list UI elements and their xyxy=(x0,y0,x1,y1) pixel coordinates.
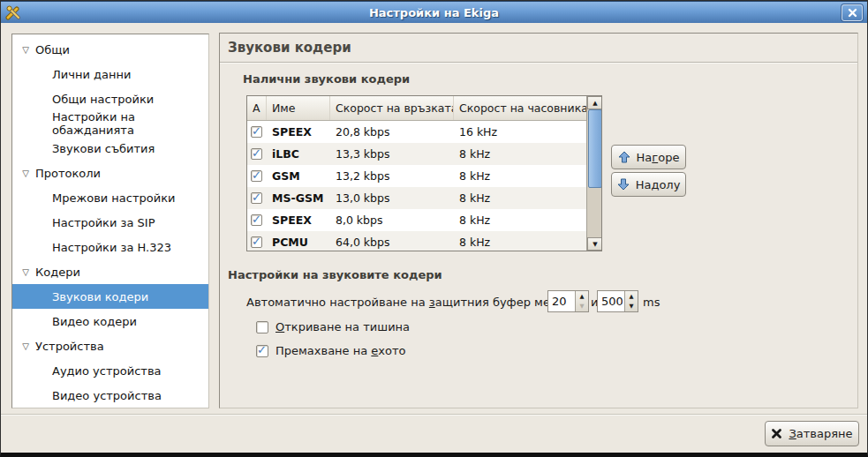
table-row[interactable]: ✓ PCMU 64,0 kbps 8 kHz xyxy=(247,231,586,251)
table-row[interactable]: ✓ iLBC 13,3 kbps 8 kHz xyxy=(247,143,586,165)
preferences-tree: ▽ Общи Лични данни Общи настройки Настро… xyxy=(11,34,209,408)
window-close-button[interactable] xyxy=(842,4,863,21)
sidebar-item-sip-settings[interactable]: Настройки за SIP xyxy=(12,210,208,235)
preferences-dialog: Настройки на Ekiga ▽ Общи Лични данни Об… xyxy=(0,0,868,457)
expander-icon[interactable]: ▽ xyxy=(19,267,33,277)
check-icon: ✓ xyxy=(252,191,261,204)
audio-codecs-panel: Звукови кодери Налични звукови кодери A … xyxy=(219,33,858,408)
echo-cancellation-checkbox[interactable]: ✓ xyxy=(256,345,268,357)
echo-cancellation-label: Премахване на ехото xyxy=(275,344,406,357)
table-row[interactable]: ✓ MS-GSM 13,0 kbps 8 kHz xyxy=(247,187,586,209)
sidebar-item-audio-devices[interactable]: Аудио устройства xyxy=(12,358,208,383)
jitter-max-spinner: ▲ ▼ xyxy=(597,290,638,312)
move-up-button[interactable]: Нагоре xyxy=(611,145,686,169)
codec-table: A Име Скорост на връзката Скорост на час… xyxy=(246,95,602,251)
echo-cancellation-row[interactable]: ✓ Премахване на ехото xyxy=(256,344,406,357)
silence-detection-row[interactable]: Откриване на тишина xyxy=(256,320,410,333)
codec-enabled-checkbox[interactable]: ✓ xyxy=(251,236,262,248)
jitter-min-input[interactable] xyxy=(548,291,575,311)
jitter-min-spinner: ▲ ▼ xyxy=(547,290,589,312)
spin-down-icon[interactable]: ▼ xyxy=(625,302,638,312)
column-header-active[interactable]: A xyxy=(247,96,267,120)
sidebar-item-network-settings[interactable]: Мрежови настройки xyxy=(12,185,208,210)
spin-down-icon[interactable]: ▼ xyxy=(576,302,588,312)
sidebar-item-protocols[interactable]: ▽ Протоколи xyxy=(12,161,208,185)
expander-icon[interactable]: ▽ xyxy=(19,45,33,55)
silence-detection-label: Откриване на тишина xyxy=(275,320,410,333)
check-icon: ✓ xyxy=(252,169,261,182)
scrollbar-thumb[interactable] xyxy=(588,109,602,188)
jitter-max-input[interactable] xyxy=(598,291,624,311)
check-icon: ✓ xyxy=(252,146,261,160)
check-icon: ✓ xyxy=(252,124,261,138)
sidebar-item-codecs[interactable]: ▽ Кодери xyxy=(12,259,208,284)
jitter-buffer-label: Автоматично настройване на защитния буфе… xyxy=(246,296,575,309)
move-down-label: Надолу xyxy=(636,178,681,191)
sidebar-item-video-codecs[interactable]: Видео кодери xyxy=(12,309,208,333)
codec-enabled-checkbox[interactable]: ✓ xyxy=(251,214,262,226)
window-close-icon xyxy=(848,8,857,18)
down-arrow-icon xyxy=(617,178,630,191)
sidebar-item-personal-data[interactable]: Лични данни xyxy=(12,62,208,86)
table-header[interactable]: A Име Скорост на връзката Скорост на час… xyxy=(247,96,586,121)
silence-detection-checkbox[interactable] xyxy=(256,321,268,333)
scroll-down-icon[interactable]: ▼ xyxy=(587,237,602,251)
check-icon: ✓ xyxy=(252,235,261,248)
page-title: Звукови кодери xyxy=(228,40,351,56)
close-button[interactable]: Затваряне xyxy=(765,421,859,446)
sidebar-item-general[interactable]: ▽ Общи xyxy=(12,37,208,62)
jitter-max-steppers[interactable]: ▲ ▼ xyxy=(624,291,638,311)
scroll-up-icon[interactable]: ▲ xyxy=(587,96,602,109)
table-row[interactable]: ✓ SPEEX 20,8 kbps 16 kHz xyxy=(247,121,586,143)
available-codecs-section-label: Налични звукови кодери xyxy=(243,72,410,86)
check-icon: ✓ xyxy=(252,213,261,226)
jitter-unit-label: ms xyxy=(643,296,660,309)
close-icon xyxy=(771,428,782,439)
sidebar-item-audio-codecs[interactable]: Звукови кодери xyxy=(12,284,208,309)
close-button-label: Затваряне xyxy=(789,427,852,440)
expander-icon[interactable]: ▽ xyxy=(19,169,33,178)
codec-enabled-checkbox[interactable]: ✓ xyxy=(251,192,262,204)
move-down-button[interactable]: Надолу xyxy=(611,172,686,197)
table-row[interactable]: ✓ GSM 13,2 kbps 8 kHz xyxy=(247,165,586,187)
check-icon: ✓ xyxy=(257,343,267,356)
table-scrollbar[interactable]: ▲ ▼ xyxy=(586,96,602,251)
sidebar-item-video-devices[interactable]: Видео устройства xyxy=(12,383,208,408)
sidebar-item-general-settings[interactable]: Общи настройки xyxy=(12,86,208,111)
codec-enabled-checkbox[interactable]: ✓ xyxy=(251,148,262,160)
table-row[interactable]: ✓ SPEEX 8,0 kbps 8 kHz xyxy=(247,209,586,231)
sidebar-item-devices[interactable]: ▽ Устройства xyxy=(12,333,208,358)
expander-icon[interactable]: ▽ xyxy=(19,341,33,351)
codec-enabled-checkbox[interactable]: ✓ xyxy=(251,170,262,182)
titlebar[interactable]: Настройки на Ekiga xyxy=(1,1,867,23)
spin-up-icon[interactable]: ▲ xyxy=(625,291,638,302)
column-header-bitrate[interactable]: Скорост на връзката xyxy=(330,96,454,120)
column-header-name[interactable]: Име xyxy=(267,96,330,120)
up-arrow-icon xyxy=(618,151,630,163)
window-title: Настройки на Ekiga xyxy=(1,6,867,19)
footer-separator xyxy=(1,414,867,415)
column-header-clockrate[interactable]: Скорост на часовника xyxy=(454,96,586,120)
sidebar-item-sound-events[interactable]: Звукови събития xyxy=(12,136,208,161)
spin-up-icon[interactable]: ▲ xyxy=(576,291,588,302)
title-separator xyxy=(220,62,857,63)
codec-enabled-checkbox[interactable]: ✓ xyxy=(251,126,262,138)
move-up-label: Нагоре xyxy=(637,151,680,164)
sidebar-item-call-options[interactable]: Настройки на обажданията xyxy=(12,111,208,136)
sidebar-item-h323-settings[interactable]: Настройки за H.323 xyxy=(12,235,208,259)
codec-settings-section-label: Настройки на звуковите кодери xyxy=(228,268,442,281)
jitter-min-steppers[interactable]: ▲ ▼ xyxy=(575,291,588,311)
